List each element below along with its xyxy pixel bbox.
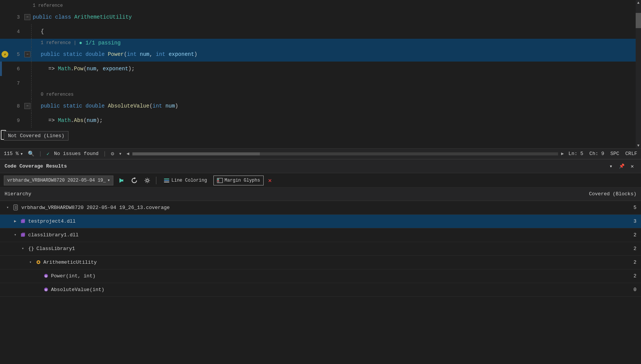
scrollbar-thumb[interactable] bbox=[636, 13, 641, 28]
fold-ph-r5 bbox=[24, 39, 30, 47]
zoom-dropdown-icon[interactable]: ▾ bbox=[20, 151, 23, 157]
line-number-6: 6 bbox=[17, 66, 20, 72]
open-brace: { bbox=[41, 28, 44, 35]
clear-results-btn[interactable]: ✕ bbox=[267, 176, 274, 185]
code-line-5: ⚡ 5 − public static double Power(int num… bbox=[0, 47, 641, 62]
panel-toolbar: vrbhardw_VRBHARDW8720 2022-05-04 19_ ▾ bbox=[0, 173, 641, 188]
coverage-session-dropdown[interactable]: vrbhardw_VRBHARDW8720 2022-05-04 19_ ▾ bbox=[4, 176, 113, 185]
run-coverage-btn[interactable] bbox=[116, 176, 126, 185]
col-header-covered: Covered (Blocks) bbox=[580, 188, 641, 201]
ln-label: Ln: 5 bbox=[568, 151, 583, 157]
run-icon bbox=[118, 177, 124, 184]
line-content-5: public static double Power(int num, int … bbox=[31, 47, 641, 62]
svg-rect-6 bbox=[164, 182, 169, 182]
settings-btn[interactable] bbox=[142, 176, 152, 185]
tree-row-root: ▾ vrbhardw_VRBHARDW8720 2022-05-04 19_26… bbox=[5, 204, 576, 210]
fold-ph-4 bbox=[24, 24, 30, 39]
method-icon-power: m bbox=[43, 273, 49, 279]
editor-scrollbar[interactable]: ▲ ▼ bbox=[636, 0, 641, 148]
ref-hint-content-3: 1 reference bbox=[31, 2, 641, 10]
table-row[interactable]: ▶ testproject4.dll 3 bbox=[0, 214, 641, 228]
zoom-control[interactable]: 115 % ▾ bbox=[4, 151, 23, 157]
table-body: ▾ vrbhardw_VRBHARDW8720 2022-05-04 19_26… bbox=[0, 201, 641, 296]
expand-icon-testproject[interactable]: ▶ bbox=[12, 218, 18, 224]
fold-btn-5[interactable]: − bbox=[24, 51, 30, 57]
zoom-icon: 🔍 bbox=[28, 150, 34, 157]
fold-btn-3[interactable]: − bbox=[24, 14, 30, 20]
toolbar-icon-1[interactable]: ⚙ bbox=[111, 150, 114, 157]
kw-int-n: int bbox=[127, 51, 137, 57]
panel-pin-btn[interactable]: 📌 bbox=[617, 162, 626, 171]
margin-glyphs-btn[interactable]: Margin Glyphs bbox=[213, 176, 264, 185]
scrollbar-up-arrow[interactable]: ▲ bbox=[636, 0, 641, 5]
paren-l: ( bbox=[124, 51, 127, 57]
row-label-arith: ArithemeticUtility bbox=[43, 260, 97, 265]
paren-l6: ( bbox=[83, 66, 86, 72]
line-gutter-ref3 bbox=[0, 2, 23, 10]
line-coloring-btn[interactable]: Line Coloring bbox=[160, 176, 210, 185]
refresh-btn[interactable] bbox=[129, 176, 139, 185]
table-row[interactable]: m Power(int, int) 2 bbox=[0, 269, 641, 283]
table-row[interactable]: ▾ ArithemeticUtility 2 bbox=[0, 255, 641, 269]
svg-text:m: m bbox=[45, 274, 47, 278]
toolbar-icon-2[interactable]: ▾ bbox=[119, 150, 122, 157]
math-type: Math bbox=[58, 66, 71, 72]
expand-icon-root[interactable]: ▾ bbox=[5, 204, 11, 210]
svg-rect-16 bbox=[22, 219, 25, 222]
svg-point-20 bbox=[38, 261, 39, 263]
code-line-8: 8 − public static double AbsoluteValue(i… bbox=[0, 99, 641, 113]
fold-btn-8[interactable]: − bbox=[24, 103, 30, 109]
scrollbar-down-arrow[interactable]: ▼ bbox=[636, 143, 641, 148]
panel-title: Code Coverage Results bbox=[5, 163, 607, 169]
svg-text:m: m bbox=[45, 288, 47, 292]
kw-int-e: int bbox=[156, 51, 165, 57]
table-row[interactable]: ▾ {} ClassLibrary1 2 bbox=[0, 242, 641, 255]
ref-hint-class: 1 reference bbox=[33, 3, 63, 8]
tooltip-not-covered: Not Covered (Lines) bbox=[4, 131, 68, 141]
row-cell-label-arith: ▾ ArithemeticUtility bbox=[0, 255, 580, 269]
row-covered-power: 2 bbox=[580, 269, 641, 283]
kw-static-5: static bbox=[63, 51, 86, 57]
hscroll-left[interactable]: ◀ bbox=[126, 151, 129, 157]
hscroll-area: ◀ ▶ bbox=[126, 151, 564, 157]
hscroll-track[interactable] bbox=[132, 152, 558, 155]
paren-r: ) bbox=[194, 51, 197, 57]
expand-icon-arith[interactable]: ▾ bbox=[27, 259, 33, 265]
check-icon: ✓ bbox=[46, 151, 49, 157]
table-row[interactable]: ▾ vrbhardw_VRBHARDW8720 2022-05-04 19_26… bbox=[0, 201, 641, 214]
svg-rect-4 bbox=[164, 179, 169, 179]
arrow-6: => bbox=[48, 66, 58, 72]
line-content-3: public class ArithemeticUtility bbox=[31, 10, 641, 24]
svg-rect-18 bbox=[22, 233, 25, 236]
panel-close-btn[interactable]: ✕ bbox=[628, 162, 636, 171]
line-content-8: public static double AbsoluteValue(int n… bbox=[31, 99, 641, 113]
table-row[interactable]: ▾ classlibrary1.dll 2 bbox=[0, 228, 641, 242]
tree-row-absolute: m AbsoluteValue(int) bbox=[5, 287, 576, 293]
row-covered-testproject: 3 bbox=[580, 214, 641, 228]
row-label-classlibrary1dll: classlibrary1.dll bbox=[28, 232, 79, 238]
comma1: , bbox=[150, 51, 156, 57]
param-exp6: exponent bbox=[103, 66, 128, 72]
crlf-label: CRLF bbox=[625, 151, 637, 157]
line-num-7: 7 bbox=[0, 76, 23, 90]
ref-hint-content-8: 0 references bbox=[31, 90, 641, 99]
param-num6: num bbox=[87, 66, 96, 72]
arrow-9: => bbox=[48, 117, 58, 123]
code-line-6: 6 => Math.Pow(num, exponent); bbox=[0, 62, 641, 76]
toolbar-sep-1 bbox=[156, 177, 156, 184]
hscroll-thumb bbox=[132, 152, 260, 155]
space8 bbox=[162, 103, 165, 109]
row-cell-label-root: ▾ vrbhardw_VRBHARDW8720 2022-05-04 19_26… bbox=[0, 201, 580, 214]
kw-double-8: double bbox=[86, 103, 108, 109]
line-coloring-label: Line Coloring bbox=[171, 178, 207, 183]
panel-dropdown-btn[interactable]: ▾ bbox=[607, 162, 615, 171]
ch-label: Ch: 9 bbox=[589, 151, 604, 157]
hscroll-right[interactable]: ▶ bbox=[561, 151, 564, 157]
expand-icon-classlibrary1ns[interactable]: ▾ bbox=[20, 245, 26, 252]
expand-icon-classlibrary1dll[interactable]: ▾ bbox=[12, 232, 18, 238]
refresh-icon bbox=[131, 177, 137, 184]
row-covered-absolute: 0 bbox=[580, 283, 641, 296]
coverage-table-area[interactable]: Hierarchy Covered (Blocks) ▾ bbox=[0, 188, 641, 364]
table-row[interactable]: m AbsoluteValue(int) 0 bbox=[0, 283, 641, 296]
row-cell-label-absolute: m AbsoluteValue(int) bbox=[0, 283, 580, 296]
